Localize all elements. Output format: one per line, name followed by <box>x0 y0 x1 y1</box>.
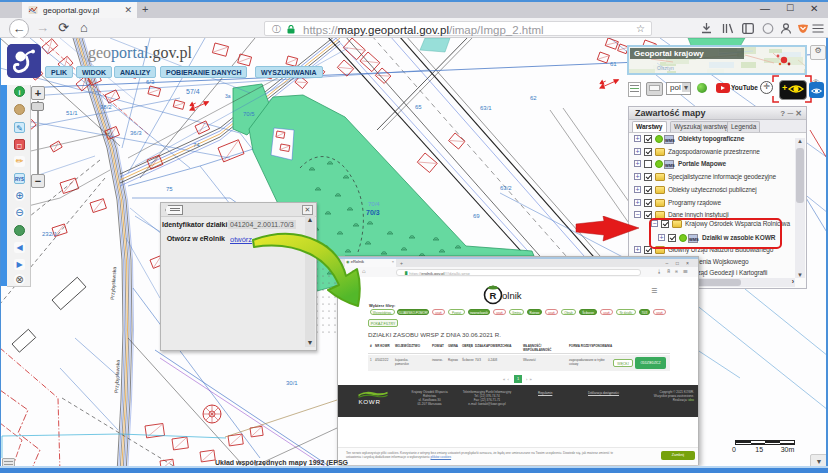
svg-text:57/4: 57/4 <box>186 88 200 95</box>
svg-text:232/1: 232/1 <box>42 231 58 237</box>
svg-text:Przybysławska: Przybysławska <box>109 266 117 300</box>
svg-text:51/1: 51/1 <box>66 110 78 116</box>
svg-text:63/2: 63/2 <box>500 185 512 191</box>
svg-text:70/3: 70/3 <box>366 209 380 216</box>
svg-text:62: 62 <box>530 95 537 101</box>
svg-text:63/1: 63/1 <box>480 105 492 111</box>
svg-text:70/4: 70/4 <box>368 201 380 207</box>
svg-text:75: 75 <box>166 186 173 192</box>
svg-text:36/3: 36/3 <box>130 130 142 136</box>
svg-text:KOWR: KOWR <box>358 398 380 405</box>
svg-text:3a: 3a <box>225 93 231 99</box>
svg-text:30/1: 30/1 <box>286 380 298 386</box>
svg-text:69: 69 <box>473 213 480 219</box>
svg-text:R: R <box>490 290 497 301</box>
svg-text:98/2: 98/2 <box>100 104 112 110</box>
svg-text:61: 61 <box>610 61 617 67</box>
svg-text:65: 65 <box>415 104 422 110</box>
svg-text:74: 74 <box>193 142 200 148</box>
svg-text:olnik: olnik <box>502 290 522 301</box>
svg-text:6/3: 6/3 <box>146 79 155 85</box>
svg-text:70/5: 70/5 <box>243 111 255 117</box>
svg-text:Olsztyn: Olsztyn <box>657 65 674 71</box>
svg-text:Przybysławska: Przybysławska <box>113 360 121 394</box>
